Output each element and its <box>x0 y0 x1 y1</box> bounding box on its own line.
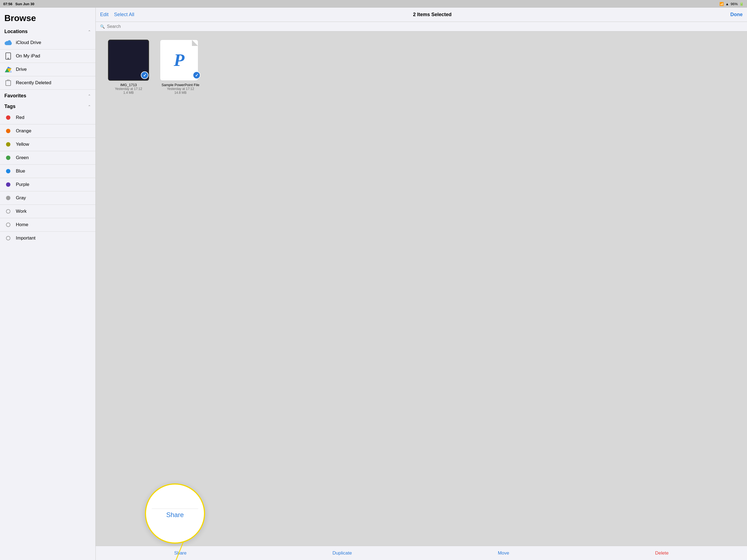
home-label: Home <box>16 222 28 228</box>
orange-tag-icon <box>4 127 12 135</box>
search-input[interactable] <box>107 24 374 29</box>
sidebar-item-green[interactable]: Green <box>0 151 96 164</box>
sidebar-item-yellow[interactable]: Yellow <box>0 138 96 151</box>
nav-bar: Edit Select All 2 Items Selected Done <box>96 8 374 22</box>
favorites-section-header[interactable]: Favorites ⌃ <box>0 90 96 100</box>
icloud-drive-label: iCloud Drive <box>16 40 41 45</box>
svg-point-2 <box>8 40 11 44</box>
sidebar-item-red[interactable]: Red <box>0 111 96 124</box>
on-my-ipad-label: On My iPad <box>16 53 40 59</box>
search-bar: 🔍 <box>96 22 374 31</box>
date-text: Sun Jun 30 <box>15 2 34 6</box>
purple-label: Purple <box>16 182 29 187</box>
locations-label: Locations <box>4 29 28 34</box>
img1713-selection-badge: ✓ <box>141 71 149 79</box>
svg-rect-3 <box>6 53 11 59</box>
img1713-date: Yesterday at 17:12 <box>115 87 142 91</box>
img1713-thumbnail: ✓ <box>108 40 149 81</box>
work-tag-icon <box>4 207 12 215</box>
app-container: Browse Locations ⌃ iCloud Drive <box>0 8 374 280</box>
ppt-date: Yesterday at 17:12 <box>167 87 194 91</box>
ppt-corner-fold <box>192 40 198 46</box>
img1713-name: IMG_1713 <box>120 83 137 87</box>
red-tag-icon <box>4 114 12 121</box>
ppt-name: Sample PowerPoint File <box>162 83 200 87</box>
blue-label: Blue <box>16 169 25 174</box>
recently-deleted-label: Recently Deleted <box>16 80 51 85</box>
sidebar-item-purple[interactable]: Purple <box>0 178 96 192</box>
gray-tag-icon <box>4 194 12 202</box>
browse-title: Browse <box>0 8 96 25</box>
svg-rect-10 <box>6 81 11 85</box>
sidebar-item-gray[interactable]: Gray <box>0 192 96 205</box>
sidebar-item-home[interactable]: Home <box>0 218 96 232</box>
file-grid: ✓ IMG_1713 Yesterday at 17:12 1.4 MB P ✓… <box>96 31 374 280</box>
sidebar-item-orange[interactable]: Orange <box>0 124 96 138</box>
search-icon: 🔍 <box>100 24 105 29</box>
status-bar: 07:56 Sun Jun 30 📶 ▲ 96% 🔋 <box>0 0 374 8</box>
sidebar-item-on-my-ipad[interactable]: On My iPad <box>0 50 96 63</box>
favorites-label: Favorites <box>4 93 26 99</box>
status-time: 07:56 Sun Jun 30 <box>3 2 34 6</box>
ppt-size: 14.8 MB <box>175 91 187 95</box>
ipad-icon <box>4 52 12 60</box>
yellow-label: Yellow <box>16 142 29 147</box>
select-all-button[interactable]: Select All <box>114 12 134 18</box>
nav-title: 2 Items Selected <box>138 12 374 18</box>
img1713-size: 1.4 MB <box>123 91 134 95</box>
ppt-preview: P <box>160 40 198 81</box>
tags-label: Tags <box>4 104 16 109</box>
tags-section-header[interactable]: Tags ⌃ <box>0 100 96 111</box>
sidebar-item-important[interactable]: Important <box>0 232 96 245</box>
svg-point-4 <box>8 58 9 59</box>
nav-bar-left: Edit Select All <box>96 12 138 18</box>
tags-chevron-icon: ⌃ <box>88 104 91 109</box>
file-item-ppt[interactable]: P ✓ Sample PowerPoint File Yesterday at … <box>159 40 202 95</box>
google-drive-icon <box>4 66 12 73</box>
gray-label: Gray <box>16 195 26 201</box>
purple-tag-icon <box>4 181 12 188</box>
ppt-thumbnail: P ✓ <box>160 40 201 81</box>
important-tag-icon <box>4 234 12 242</box>
sidebar-item-work[interactable]: Work <box>0 205 96 218</box>
locations-section-header[interactable]: Locations ⌃ <box>0 25 96 36</box>
sidebar: Browse Locations ⌃ iCloud Drive <box>0 8 96 280</box>
important-label: Important <box>16 235 35 241</box>
content-area: Edit Select All 2 Items Selected Done 🔍 <box>96 8 374 280</box>
trash-icon <box>4 79 12 87</box>
favorites-chevron-icon: ⌃ <box>88 94 91 98</box>
work-label: Work <box>16 209 27 214</box>
ppt-selection-badge: ✓ <box>193 71 200 79</box>
red-label: Red <box>16 115 24 120</box>
time-text: 07:56 <box>3 2 12 6</box>
sidebar-item-blue[interactable]: Blue <box>0 164 96 178</box>
drive-label: Drive <box>16 67 27 72</box>
icloud-drive-icon <box>4 39 12 47</box>
svg-marker-9 <box>7 67 11 68</box>
home-tag-icon <box>4 221 12 229</box>
locations-chevron-icon: ⌃ <box>88 29 91 34</box>
yellow-tag-icon <box>4 141 12 148</box>
green-label: Green <box>16 155 29 160</box>
sidebar-item-icloud-drive[interactable]: iCloud Drive <box>0 36 96 50</box>
edit-button[interactable]: Edit <box>100 12 108 18</box>
blue-tag-icon <box>4 167 12 175</box>
sidebar-item-drive[interactable]: Drive <box>0 63 96 76</box>
sidebar-item-recently-deleted[interactable]: Recently Deleted <box>0 76 96 90</box>
orange-label: Orange <box>16 128 31 134</box>
ppt-letter: P <box>174 50 184 70</box>
file-item-img1713[interactable]: ✓ IMG_1713 Yesterday at 17:12 1.4 MB <box>107 40 150 95</box>
green-tag-icon <box>4 154 12 161</box>
